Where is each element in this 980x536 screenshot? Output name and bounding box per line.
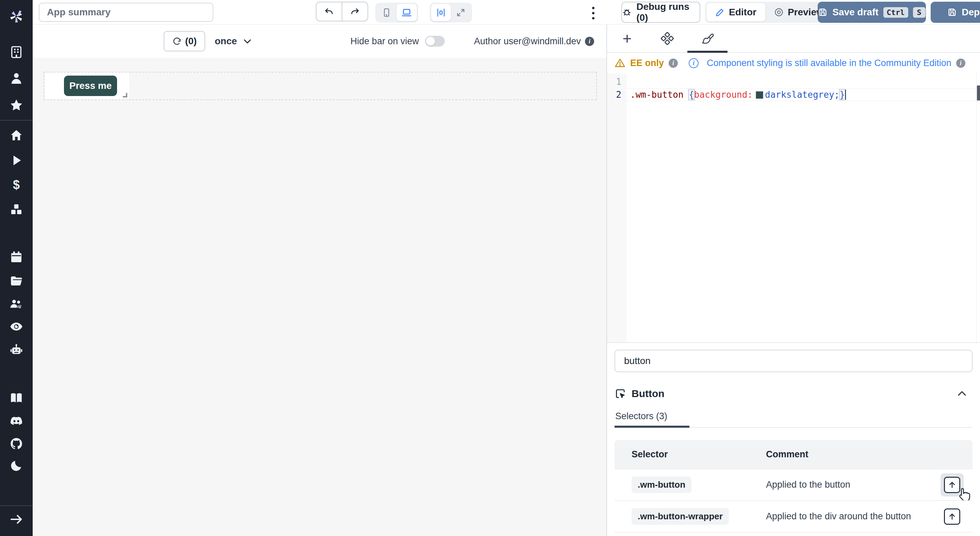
tab-settings-components[interactable] — [647, 24, 687, 52]
schedule-value: once — [215, 36, 237, 47]
col-selector: Selector — [614, 440, 749, 469]
save-draft-button[interactable]: Save draft CtrlS — [818, 2, 926, 23]
user-icon[interactable] — [0, 71, 33, 86]
deploy-button[interactable]: Deploy — [931, 2, 980, 23]
ee-info-icon[interactable]: i — [669, 59, 678, 68]
hide-bar-label: Hide bar on view — [350, 36, 419, 47]
refresh-button[interactable]: (0) — [164, 31, 205, 51]
refresh-icon — [172, 37, 182, 46]
center-content-button[interactable] — [431, 4, 451, 21]
css-property-token: background: — [694, 89, 753, 100]
redo-icon — [350, 6, 360, 17]
editor-label: Editor — [729, 7, 756, 18]
workspace-building-icon[interactable] — [0, 44, 33, 60]
laptop-icon — [401, 8, 412, 18]
code-line-2: .wm-button {background:darkslategrey;} — [627, 88, 980, 101]
app-summary-input[interactable] — [39, 3, 213, 22]
move-up-button[interactable] — [944, 477, 960, 493]
pencil-icon — [715, 8, 725, 17]
press-me-button[interactable]: Press me — [64, 76, 117, 96]
schedules-calendar-icon[interactable] — [0, 249, 33, 265]
ee-notice-text[interactable]: Component styling is still available in … — [707, 58, 951, 69]
runs-play-icon[interactable] — [0, 153, 33, 168]
sidebar-divider — [0, 505, 33, 506]
save-icon — [818, 8, 827, 17]
topbar: Debug runs (0) Editor Preview Save draft… — [33, 0, 980, 24]
collapse-arrow-right-icon[interactable] — [0, 512, 33, 527]
notice-more-info-icon[interactable]: i — [956, 59, 966, 68]
redo-button[interactable] — [342, 2, 368, 21]
folders-icon[interactable] — [0, 273, 33, 289]
windmill-logo-icon[interactable] — [0, 0, 33, 33]
line-number: 1 — [607, 75, 627, 88]
section-title: Button — [632, 388, 665, 399]
editor-overview-ruler[interactable] — [976, 73, 980, 342]
chevron-up-icon[interactable] — [956, 388, 968, 399]
undo-icon — [324, 6, 334, 17]
color-swatch[interactable] — [756, 92, 763, 99]
editor-gutter: 1 2 — [607, 73, 627, 342]
button-style-section: Button Selectors (3) Selector Comment — [607, 379, 980, 536]
move-up-button[interactable] — [944, 509, 960, 525]
workers-robot-icon[interactable] — [0, 342, 33, 357]
resources-cubes-icon[interactable] — [0, 202, 33, 217]
editor-code-area[interactable]: .wm-button {background:darkslategrey;} — [627, 73, 980, 342]
debug-runs-button[interactable]: Debug runs (0) — [621, 2, 700, 23]
save-draft-label: Save draft — [832, 7, 878, 18]
fullscreen-button[interactable] — [451, 4, 471, 21]
table-row: .wm-button-wrapper Applied to the div ar… — [614, 500, 972, 532]
components-icon — [661, 32, 674, 45]
open-brace-token: { — [689, 89, 694, 100]
layout-toggle-group — [430, 3, 472, 22]
selector-comment: Applied to the div around the button — [749, 500, 928, 532]
author-label: Author user@windmill.dev — [474, 36, 581, 47]
discord-icon[interactable] — [0, 413, 33, 429]
button-component-icon — [614, 388, 626, 399]
selectors-tabs: Selectors (3) — [614, 411, 972, 428]
sidebar: $ — [0, 0, 33, 536]
star-icon[interactable] — [0, 97, 33, 113]
github-icon[interactable] — [0, 436, 33, 451]
refresh-count: (0) — [185, 36, 197, 47]
component-search-input[interactable] — [614, 350, 972, 372]
text-cursor — [845, 89, 846, 100]
center-align-icon — [436, 8, 446, 18]
app-canvas[interactable]: Press me — [33, 58, 606, 536]
undo-button[interactable] — [316, 2, 342, 21]
css-code-editor[interactable]: 1 2 .wm-button {background:darkslategrey… — [607, 73, 980, 342]
kbd-ctrl: Ctrl — [883, 7, 908, 18]
expand-icon — [456, 8, 466, 18]
author-info-icon[interactable]: i — [585, 37, 594, 46]
ruler-marker — [977, 86, 980, 100]
right-panel: + EE only i i Component styling is still… — [606, 24, 980, 536]
mobile-view-button[interactable] — [377, 4, 396, 21]
paintbrush-icon — [701, 32, 714, 45]
dark-mode-moon-icon[interactable] — [0, 458, 33, 473]
button-component-cell[interactable]: Press me — [45, 73, 129, 99]
semicolon-token: ; — [834, 89, 840, 100]
home-icon[interactable] — [0, 128, 33, 143]
copy-selector-button-hovered[interactable] — [940, 473, 964, 496]
schedule-dropdown[interactable]: once — [215, 36, 253, 47]
panel-tabs: + — [607, 24, 980, 53]
canvas-header: (0) once Hide bar on view Author user@wi… — [33, 24, 606, 58]
table-row: .wm-button Applied to the button — [614, 469, 972, 500]
desktop-view-button[interactable] — [396, 4, 417, 21]
tab-styling[interactable] — [687, 24, 727, 52]
variables-dollar-icon[interactable]: $ — [0, 177, 33, 193]
groups-users-gear-icon[interactable] — [0, 296, 33, 312]
more-menu-button[interactable] — [591, 5, 596, 21]
col-comment: Comment — [749, 440, 928, 469]
arrow-up-icon — [948, 480, 956, 489]
tab-selectors[interactable]: Selectors (3) — [614, 411, 686, 427]
tab-insert-component[interactable]: + — [607, 24, 647, 52]
bug-icon — [622, 7, 632, 18]
audit-eye-icon[interactable] — [0, 319, 33, 334]
resize-handle[interactable] — [123, 93, 127, 97]
preview-eye-icon — [774, 8, 784, 17]
hide-bar-toggle[interactable] — [425, 36, 445, 47]
component-search-row — [607, 342, 980, 379]
kbd-s: S — [913, 7, 926, 18]
tab-editor[interactable]: Editor — [706, 3, 765, 21]
docs-book-icon[interactable] — [0, 390, 33, 406]
